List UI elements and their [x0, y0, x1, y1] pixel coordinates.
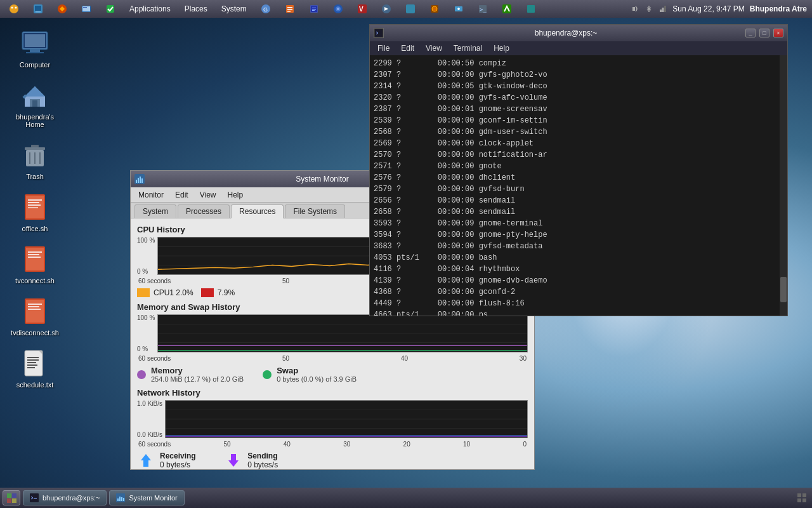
app-icon-12[interactable] [426, 3, 443, 15]
svg-rect-50 [31, 145, 39, 147]
computer-icon [20, 28, 50, 58]
taskbar-item-sysmon[interactable]: System Monitor [109, 490, 184, 505]
svg-rect-106 [123, 498, 124, 501]
app-icon-11[interactable] [402, 3, 419, 15]
sysmon-window-icon [134, 174, 145, 184]
app-icon-5[interactable]: G [257, 3, 275, 15]
app-icon-4[interactable] [102, 3, 119, 15]
sysmon-menu-monitor[interactable]: Monitor [133, 189, 169, 201]
terminal-menu-file[interactable]: File [372, 43, 395, 54]
cpu1-legend-color [137, 288, 150, 297]
app-icon-1[interactable] [29, 3, 47, 15]
terminal-titlebar[interactable]: bhupendra@xps:~ _ □ × [370, 25, 787, 41]
terminal-minimize-btn[interactable]: _ [745, 29, 756, 37]
svg-point-1 [11, 7, 13, 9]
terminal-maximize-btn[interactable]: □ [759, 29, 769, 37]
app-icon-6[interactable] [281, 3, 299, 15]
taskbar-sysmon-icon [116, 493, 125, 502]
bluetooth-icon[interactable] [645, 4, 653, 13]
receiving-arrow-icon [137, 451, 155, 469]
terminal-content-area[interactable]: 2299 ? 00:00:50 compiz 2307 ? 00:00:00 g… [370, 55, 787, 316]
svg-rect-69 [28, 309, 41, 310]
cpu-y-label-bot: 0 % [137, 268, 155, 275]
desktop-icon-tvdisconnect[interactable]: tvdisconnect.sh [6, 293, 63, 339]
app-icon-7[interactable] [305, 3, 323, 15]
svg-point-0 [10, 4, 18, 13]
app-icon-2[interactable] [53, 3, 71, 15]
sysmon-menu-help[interactable]: Help [223, 189, 249, 201]
svg-rect-76 [375, 29, 383, 37]
desktop-icon-computer[interactable]: Computer [6, 25, 63, 71]
scheduletxt-icon [20, 348, 50, 378]
tvdisconnect-icon-label: tvdisconnect.sh [11, 329, 59, 337]
swap-dot [263, 370, 272, 379]
terminal-scroll-thumb[interactable] [780, 277, 787, 302]
trash-icon [20, 140, 50, 170]
svg-marker-95 [228, 454, 239, 467]
system-menu[interactable]: System [218, 3, 251, 15]
svg-rect-5 [36, 11, 41, 13]
tvconnect-icon-label: tvconnect.sh [15, 277, 55, 284]
svg-rect-74 [27, 364, 37, 366]
taskbar-item-terminal[interactable]: bhupendra@xps:~ [23, 490, 107, 505]
places-menu[interactable]: Places [181, 3, 211, 15]
svg-text:G: G [263, 6, 268, 13]
desktop-icon-scheduletxt[interactable]: schedule.txt [6, 345, 63, 391]
svg-rect-16 [287, 11, 291, 12]
username: Bhupendra Atre [750, 4, 807, 13]
taskbar-start-btn[interactable] [3, 490, 20, 505]
app-gnome-foot[interactable] [5, 3, 23, 15]
svg-rect-21 [312, 10, 315, 11]
sysmon-menu-edit[interactable]: Edit [170, 189, 193, 201]
desktop-icon-home[interactable]: bhupendra's Home [6, 77, 63, 131]
terminal-menu-terminal[interactable]: Terminal [449, 43, 487, 54]
terminal-output: 2299 ? 00:00:50 compiz 2307 ? 00:00:00 g… [374, 58, 783, 316]
tab-filesystems[interactable]: File Systems [285, 204, 345, 218]
officesh-icon-label: office.sh [22, 225, 48, 232]
svg-text:>_: >_ [480, 6, 487, 13]
app-icon-3[interactable] [77, 3, 95, 15]
terminal-menubar: File Edit View Terminal Help [370, 41, 787, 55]
taskbar-grid-icon[interactable] [797, 493, 807, 503]
svg-rect-107 [797, 493, 801, 497]
app-icon-9[interactable]: V [353, 3, 371, 15]
svg-point-24 [337, 8, 339, 10]
app-icon-15[interactable] [498, 3, 516, 15]
svg-rect-96 [7, 493, 11, 498]
svg-point-2 [15, 7, 17, 9]
terminal-close-btn[interactable]: × [773, 29, 783, 37]
app-icon-16[interactable] [522, 3, 540, 15]
sending-item: Sending 0 bytes/s Total Sent 19.7 MiB [225, 451, 278, 469]
mem-y-label-top: 100 % [137, 314, 155, 321]
terminal-scrollbar[interactable] [780, 55, 787, 316]
tab-system[interactable]: System [134, 204, 176, 218]
svg-rect-58 [28, 204, 41, 206]
applications-menu[interactable]: Applications [126, 3, 174, 15]
app-icon-10[interactable] [377, 3, 395, 15]
mem-x-labels: 60 seconds 50 40 30 [137, 355, 528, 362]
app-icon-8[interactable] [329, 3, 347, 15]
desktop-icons-container: Computer bhupendra's Home Tra [6, 25, 63, 391]
trash-icon-label: Trash [26, 173, 44, 180]
svg-rect-9 [83, 7, 87, 8]
app-icon-14[interactable]: >_ [474, 3, 492, 15]
svg-rect-110 [802, 498, 806, 502]
network-icon[interactable] [658, 4, 667, 13]
desktop-icon-officesh[interactable]: office.sh [6, 189, 63, 235]
desktop-icon-trash[interactable]: Trash [6, 137, 63, 183]
terminal-menu-view[interactable]: View [421, 43, 447, 54]
svg-text:V: V [359, 6, 363, 13]
terminal-menu-edit[interactable]: Edit [396, 43, 419, 54]
tab-resources[interactable]: Resources [231, 204, 284, 218]
desktop-icon-tvconnect[interactable]: tvconnect.sh [6, 241, 63, 287]
swap-legend-item: Swap 0 bytes (0.0 %) of 3.9 GiB [263, 366, 357, 383]
svg-rect-81 [141, 178, 143, 183]
home-icon [20, 80, 50, 110]
audio-icon[interactable] [631, 4, 639, 13]
svg-rect-97 [12, 493, 16, 498]
terminal-menu-help[interactable]: Help [488, 43, 514, 54]
app-icon-13[interactable] [450, 3, 468, 15]
tab-processes[interactable]: Processes [178, 204, 230, 218]
mem-y-label-bot: 0 % [137, 345, 155, 352]
sysmon-menu-view[interactable]: View [195, 189, 221, 201]
